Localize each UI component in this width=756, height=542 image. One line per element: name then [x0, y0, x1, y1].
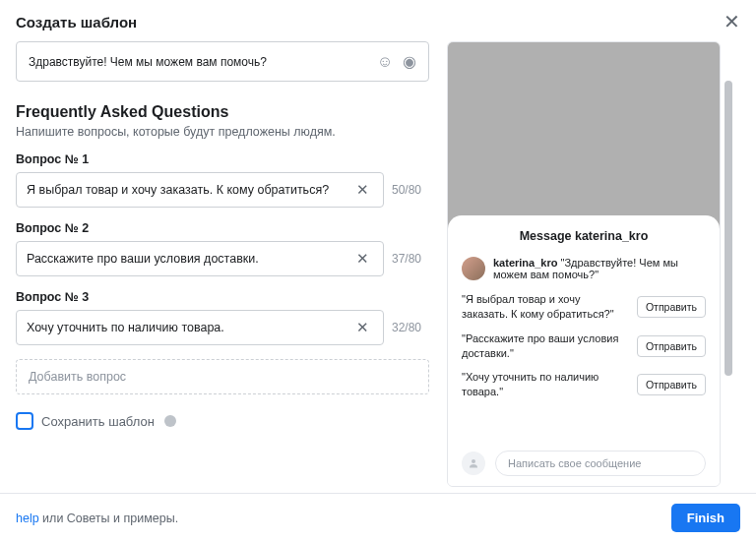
send-button[interactable]: Отправить — [637, 296, 706, 318]
footer-help: help или Советы и примеры. — [16, 512, 178, 525]
question-text: Хочу уточнить по наличию товара. — [27, 321, 352, 334]
greeting-text: Здравствуйте! Чем мы можем вам помочь? — [29, 55, 267, 69]
question-row: Я выбрал товар и хочу заказать. К кому о… — [16, 172, 429, 208]
preview-column: Message katerina_kro katerina_kro "Здрав… — [447, 41, 746, 493]
question-row: Хочу уточнить по наличию товара. ✕ 32/80 — [16, 310, 429, 345]
save-template-checkbox[interactable] — [16, 412, 33, 430]
question-input[interactable]: Я выбрал товар и хочу заказать. К кому о… — [16, 172, 384, 208]
save-template-row: Сохранить шаблон — [16, 412, 429, 430]
char-counter: 50/80 — [392, 183, 429, 197]
preview-question-row: "Я выбрал товар и хочу заказать. К кому … — [462, 292, 706, 322]
modal-title: Создать шаблон — [16, 14, 137, 30]
info-icon[interactable] — [164, 415, 176, 427]
question-input[interactable]: Хочу уточнить по наличию товара. ✕ — [16, 310, 384, 345]
preview-sheet: Message katerina_kro katerina_kro "Здрав… — [448, 215, 720, 486]
question-text: Я выбрал товар и хочу заказать. К кому о… — [27, 183, 352, 197]
char-counter: 32/80 — [392, 321, 429, 334]
question-text: Расскажите про ваши условия доставки. — [27, 252, 352, 266]
preview-phone: Message katerina_kro katerina_kro "Здрав… — [447, 41, 721, 487]
send-button[interactable]: Отправить — [637, 374, 706, 395]
preview-question-row: "Хочу уточнить по наличию товара." Отпра… — [462, 370, 706, 399]
preview-username: katerina_kro — [493, 257, 557, 269]
modal-footer: help или Советы и примеры. Finish — [0, 493, 756, 542]
char-counter: 37/80 — [392, 252, 429, 266]
personalize-icon[interactable]: ◉ — [403, 53, 416, 70]
question-input[interactable]: Расскажите про ваши условия доставки. ✕ — [16, 241, 384, 276]
avatar — [462, 257, 485, 280]
compose-input[interactable]: Написать свое сообщение — [495, 451, 706, 476]
greeting-toolbar: ☺ ◉ — [371, 52, 416, 71]
question-label: Вопрос № 3 — [16, 290, 429, 304]
help-link[interactable]: help — [16, 512, 39, 525]
modal-body: Здравствуйте! Чем мы можем вам помочь? ☺… — [0, 41, 756, 493]
preview-greeting-row: katerina_kro "Здравствуйте! Чем мы можем… — [462, 257, 706, 280]
faq-heading: Frequently Asked Questions — [16, 103, 429, 121]
clear-icon[interactable]: ✕ — [352, 319, 373, 336]
close-icon[interactable]: ✕ — [724, 12, 740, 31]
send-button[interactable]: Отправить — [637, 335, 706, 357]
add-question-button[interactable]: Добавить вопрос — [16, 359, 429, 394]
finish-button[interactable]: Finish — [671, 504, 740, 532]
preview-question-text: "Хочу уточнить по наличию товара." — [462, 370, 629, 399]
preview-backdrop — [448, 42, 720, 229]
svg-point-0 — [472, 459, 475, 463]
scrollbar[interactable] — [724, 41, 734, 493]
preview-question-text: "Расскажите про ваши условия доставки." — [462, 331, 629, 361]
preview-title: Message katerina_kro — [462, 229, 706, 243]
clear-icon[interactable]: ✕ — [352, 250, 373, 268]
clear-icon[interactable]: ✕ — [352, 181, 373, 199]
emoji-icon[interactable]: ☺ — [377, 53, 393, 70]
scrollbar-thumb[interactable] — [724, 81, 732, 376]
create-template-modal: Создать шаблон ✕ Здравствуйте! Чем мы мо… — [0, 0, 756, 542]
faq-subheading: Напишите вопросы, которые будут предложе… — [16, 125, 429, 139]
camera-icon[interactable] — [462, 452, 485, 475]
preview-greeting-text: katerina_kro "Здравствуйте! Чем мы можем… — [493, 257, 706, 280]
question-label: Вопрос № 1 — [16, 152, 429, 166]
form-column: Здравствуйте! Чем мы можем вам помочь? ☺… — [16, 41, 429, 493]
modal-header: Создать шаблон ✕ — [0, 0, 756, 41]
question-row: Расскажите про ваши условия доставки. ✕ … — [16, 241, 429, 276]
question-label: Вопрос № 2 — [16, 221, 429, 235]
preview-question-text: "Я выбрал товар и хочу заказать. К кому … — [462, 292, 629, 322]
preview-question-row: "Расскажите про ваши условия доставки." … — [462, 331, 706, 361]
save-template-label: Сохранить шаблон — [41, 414, 155, 429]
compose-row: Написать свое сообщение — [462, 443, 706, 476]
greeting-input[interactable]: Здравствуйте! Чем мы можем вам помочь? ☺… — [16, 41, 429, 82]
footer-text: или Советы и примеры. — [39, 512, 179, 525]
